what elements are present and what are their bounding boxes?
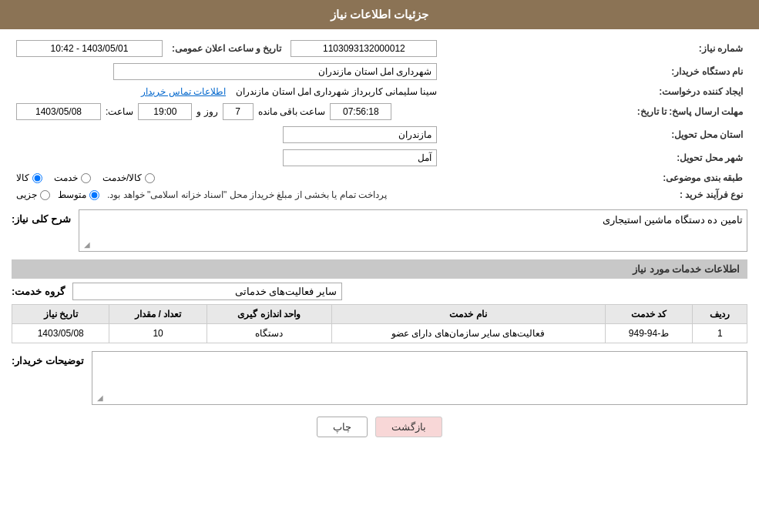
group-service-value: سایر فعالیت‌های خدماتی xyxy=(72,283,342,300)
deadline-days-label: روز و xyxy=(196,106,217,117)
buyer-org-value: شهرداری امل استان مازندران xyxy=(113,63,437,80)
province-value: مازندران xyxy=(283,126,437,143)
page-title: جزئیات اطلاعات نیاز xyxy=(331,8,428,21)
resize-handle-2: ◢ xyxy=(94,393,103,403)
resize-handle: ◢ xyxy=(81,240,90,249)
deadline-days: 7 xyxy=(223,103,254,120)
creator-contact-link[interactable]: اطلاعات تماس خریدار xyxy=(141,86,226,97)
page-header: جزئیات اطلاعات نیاز xyxy=(0,0,759,29)
category-khedmat[interactable]: خدمت xyxy=(54,172,91,183)
city-value: آمل xyxy=(283,149,437,166)
services-table: ردیف کد خدمت نام خدمت واحد اندازه گیری ت… xyxy=(12,304,747,343)
services-section-title: اطلاعات خدمات مورد نیاز xyxy=(12,259,747,279)
deadline-remaining: 07:56:18 xyxy=(330,103,391,120)
group-service-label: گروه خدمت: xyxy=(12,286,65,297)
need-number-label: شماره نیاز: xyxy=(442,37,747,60)
buyer-notes-label: توضیحات خریدار: xyxy=(12,351,84,366)
process-description: پرداخت تمام یا بخشی از مبلغ خریداز محل "… xyxy=(107,189,387,200)
col-header-row: ردیف xyxy=(693,305,747,324)
province-label: استان محل تحویل: xyxy=(442,123,747,146)
deadline-date: 1403/05/08 xyxy=(16,103,101,120)
category-kala-khedmat[interactable]: کالا/خدمت xyxy=(102,172,155,183)
buyer-org-label: نام دستگاه خریدار: xyxy=(442,60,747,83)
buyer-notes-box[interactable]: ◢ xyxy=(92,351,747,405)
category-label: طبقه بندی موضوعی: xyxy=(442,169,747,186)
deadline-time-label: ساعت: xyxy=(106,106,133,117)
col-header-name: نام خدمت xyxy=(331,305,605,324)
col-header-code: کد خدمت xyxy=(605,305,693,324)
col-header-date: تاریخ نیاز xyxy=(12,305,109,324)
announce-label: تاریخ و ساعت اعلان عمومی: xyxy=(167,37,286,60)
col-header-qty: تعداد / مقدار xyxy=(109,305,207,324)
print-button[interactable]: چاپ xyxy=(317,417,368,437)
col-header-unit: واحد اندازه گیری xyxy=(207,305,331,324)
category-kala[interactable]: کالا xyxy=(16,172,42,183)
table-row: 1ط-94-949فعالیت‌های سایر سازمان‌های دارا… xyxy=(12,324,747,343)
process-jozi[interactable]: جزیی xyxy=(16,189,50,200)
process-label: نوع فرآیند خرید : xyxy=(442,186,747,203)
back-button[interactable]: بازگشت xyxy=(375,417,442,437)
need-summary-label: شرح کلی نیاز: xyxy=(12,209,71,225)
need-number-value: 1103093132000012 xyxy=(291,40,437,57)
deadline-time: 19:00 xyxy=(138,103,192,120)
city-label: شهر محل تحویل: xyxy=(442,146,747,169)
creator-name: سینا سلیمانی کاربرداز شهرداری امل استان … xyxy=(236,86,437,97)
button-bar: بازگشت چاپ xyxy=(12,405,747,449)
announce-value: 1403/05/01 - 10:42 xyxy=(16,40,163,57)
process-mutavasset[interactable]: متوسط xyxy=(58,189,99,200)
deadline-remaining-label: ساعت باقی مانده xyxy=(258,106,326,117)
deadline-label: مهلت ارسال پاسخ: تا تاریخ: xyxy=(442,100,747,123)
need-summary-value: تامین ده دستگاه ماشین استیجاری xyxy=(83,214,743,226)
need-summary-box: تامین ده دستگاه ماشین استیجاری ◢ xyxy=(79,209,747,252)
creator-label: ایجاد کننده درخواست: xyxy=(442,83,747,100)
